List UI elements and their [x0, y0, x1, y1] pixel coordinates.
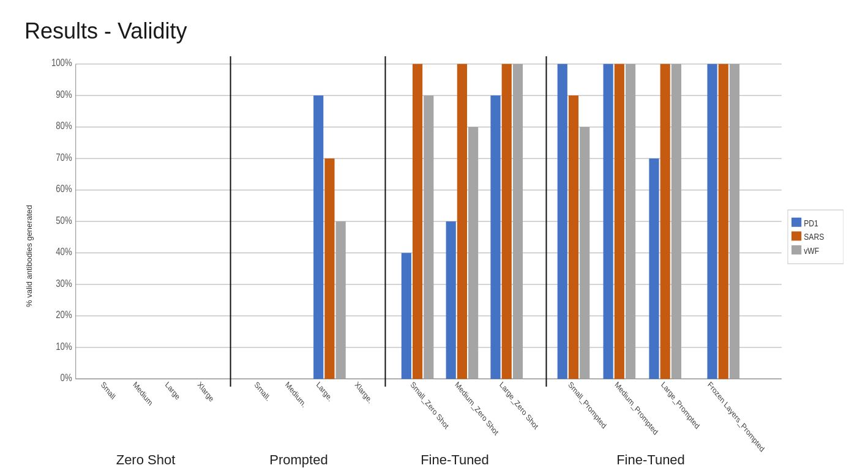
bar-ft-zs-small-pd1 — [402, 253, 411, 379]
svg-text:Small_Zero Shot: Small_Zero Shot — [409, 380, 451, 431]
svg-text:Large.: Large. — [315, 380, 334, 404]
bar-ft-zs-medium-sars — [457, 64, 467, 379]
bar-prompted-large-pd1 — [313, 95, 323, 379]
svg-rect-47 — [791, 245, 801, 254]
bar-prompted-large-vwf — [336, 221, 346, 379]
svg-text:Large_Zero Shot: Large_Zero Shot — [498, 380, 540, 432]
bar-ft-p-small-sars — [569, 95, 578, 379]
svg-text:Large_Prompted: Large_Prompted — [660, 380, 701, 431]
svg-text:Xlarge.: Xlarge. — [353, 380, 374, 406]
svg-text:90%: 90% — [56, 89, 72, 100]
svg-text:40%: 40% — [56, 247, 72, 258]
chart-svg: 0% 10% 20% 30% 40% 50% 60% 70% 80% 90% 1… — [39, 56, 844, 456]
category-label-prompted: Prompted — [222, 452, 375, 468]
svg-text:Small.: Small. — [253, 380, 272, 403]
category-label-ft-zs: Fine-TunedZero Shot — [375, 452, 534, 468]
svg-text:50%: 50% — [56, 215, 72, 226]
svg-text:Xlarge: Xlarge — [196, 380, 215, 404]
category-label-zero-shot: Zero Shot — [69, 452, 222, 468]
svg-rect-43 — [791, 218, 801, 227]
page: Results - Validity % valid antibodies ge… — [0, 0, 868, 468]
bar-ft-p-large-vwf — [672, 64, 681, 379]
svg-text:Medium: Medium — [132, 380, 154, 408]
svg-text:Medium.: Medium. — [284, 380, 308, 409]
bar-ft-zs-small-sars — [413, 64, 422, 379]
svg-text:PD1: PD1 — [804, 218, 818, 228]
svg-text:Frozen Layers_Prompted: Frozen Layers_Prompted — [706, 380, 766, 454]
svg-text:Small_Prompted: Small_Prompted — [567, 380, 608, 431]
svg-text:60%: 60% — [56, 184, 72, 195]
bar-ft-zs-large-pd1 — [490, 95, 500, 379]
svg-text:0%: 0% — [61, 373, 72, 384]
svg-text:vWF: vWF — [804, 246, 819, 256]
svg-text:10%: 10% — [56, 341, 72, 352]
bar-ft-zs-medium-vwf — [468, 127, 478, 379]
svg-text:100%: 100% — [51, 58, 72, 69]
svg-text:70%: 70% — [56, 152, 72, 163]
bar-ft-p-frozen-vwf — [730, 64, 739, 379]
category-label-ft-p: Fine-TunedPrompted — [534, 452, 767, 468]
bar-prompted-large-sars — [324, 158, 334, 379]
bar-ft-zs-large-vwf — [513, 64, 523, 379]
bar-ft-p-frozen-pd1 — [707, 64, 717, 379]
bar-ft-p-medium-pd1 — [604, 64, 613, 379]
svg-text:SARS: SARS — [804, 232, 824, 242]
svg-text:Medium_Zero Shot: Medium_Zero Shot — [454, 380, 500, 437]
bar-ft-p-large-pd1 — [649, 158, 659, 379]
bar-ft-zs-medium-pd1 — [446, 221, 456, 379]
svg-text:80%: 80% — [56, 121, 72, 132]
bar-ft-zs-small-vwf — [424, 95, 433, 379]
page-title: Results - Validity — [24, 18, 844, 44]
svg-text:30%: 30% — [56, 278, 72, 289]
svg-text:20%: 20% — [56, 310, 72, 321]
svg-text:Medium_Prompted: Medium_Prompted — [613, 380, 659, 437]
y-axis-label: % valid antibodies generated — [24, 56, 34, 456]
svg-rect-45 — [791, 231, 801, 240]
bar-ft-p-small-pd1 — [558, 64, 567, 379]
bar-ft-zs-large-sars — [502, 64, 512, 379]
svg-text:Large: Large — [163, 380, 181, 402]
svg-text:Small: Small — [99, 380, 116, 401]
bar-ft-p-large-sars — [660, 64, 670, 379]
bar-ft-p-frozen-sars — [719, 64, 728, 379]
bar-ft-p-medium-sars — [615, 64, 624, 379]
bar-ft-p-small-vwf — [580, 127, 589, 379]
bar-ft-p-medium-vwf — [626, 64, 635, 379]
